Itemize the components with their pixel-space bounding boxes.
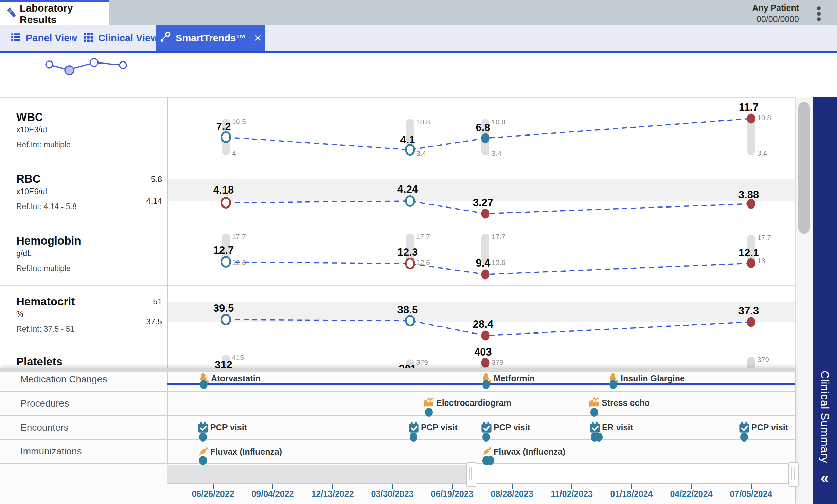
event-dot [595, 433, 603, 442]
lab-point-hematocrit[interactable] [406, 316, 414, 326]
tab-smarttrends[interactable]: SmartTrends™ ✕ [156, 25, 265, 51]
event-dot [425, 408, 433, 417]
calendar-check-icon [197, 421, 209, 433]
axis-date-label: 01/18/2024 [610, 489, 653, 499]
event-label[interactable]: Fluvax (Influenza) [210, 447, 282, 457]
row-divider [0, 463, 795, 464]
timeline-scrollbar-range[interactable] [470, 465, 795, 483]
lab-point-wbc[interactable] [747, 114, 755, 124]
lab-point-rbc[interactable] [406, 196, 414, 206]
row-divider [0, 415, 795, 416]
axis-date-label: 06/19/2023 [431, 489, 473, 499]
event-label[interactable]: Metformin [494, 374, 535, 383]
timeline-range-handle-left[interactable] [466, 462, 476, 487]
metric-name-hemoglobin: Hemoglobin [16, 234, 81, 247]
event-dot [740, 433, 748, 442]
lab-point-hemoglobin[interactable] [747, 258, 755, 268]
close-icon[interactable]: ✕ [254, 33, 262, 44]
lab-point-rbc[interactable] [222, 198, 230, 208]
vertical-scrollbar [795, 97, 813, 504]
lab-point-platelets[interactable] [481, 358, 490, 368]
calendar-check-icon [480, 421, 493, 433]
axis-tick [452, 484, 453, 489]
lab-point-hemoglobin[interactable] [222, 257, 230, 267]
calendar-check-icon [738, 421, 750, 433]
event-label[interactable]: PCP visit [210, 422, 247, 432]
lab-value-label: 301 [399, 363, 416, 368]
lab-point-hematocrit[interactable] [481, 331, 490, 341]
metric-refint: Ref.Int: 4.14 - 5.8 [16, 202, 77, 211]
lab-value-label: 6.8 [476, 122, 490, 133]
lab-value-label: 12.7 [213, 244, 234, 256]
lab-value-label: 39.5 [213, 302, 234, 314]
svg-text:10.5: 10.5 [232, 118, 246, 125]
lab-point-hemoglobin[interactable] [406, 259, 414, 269]
lab-point-hematocrit[interactable] [747, 317, 755, 327]
metric-name-rbc: RBC [16, 173, 41, 185]
lab-value-label: 4.1 [400, 134, 415, 146]
lab-point-rbc[interactable] [481, 209, 490, 219]
metric-name-hematocrit: Hematocrit [16, 295, 75, 308]
lab-point-wbc[interactable] [406, 145, 414, 155]
lab-value-label: 3.88 [738, 189, 759, 201]
event-label[interactable]: PCP visit [421, 422, 458, 432]
svg-text:10.8: 10.8 [416, 118, 430, 126]
lab-point-hemoglobin[interactable] [481, 270, 490, 280]
metric-refint: Ref.Int: 37.5 - 51 [16, 325, 74, 334]
axis-tick [332, 484, 333, 489]
lab-value-label: 403 [474, 346, 492, 358]
svg-text:415: 415 [232, 354, 244, 361]
lab-point-hematocrit[interactable] [222, 315, 230, 325]
axis-tick [213, 484, 214, 489]
vertical-scrollbar-thumb[interactable] [798, 102, 810, 234]
event-label[interactable]: ER visit [602, 422, 633, 432]
lab-value-label: 12.3 [397, 246, 418, 258]
axis-date-label: 09/04/2022 [251, 489, 294, 499]
metric-unit: g/dL [16, 249, 32, 258]
event-label[interactable]: Atorvastatin [211, 374, 261, 383]
svg-text:379: 379 [492, 358, 503, 366]
axis-tick [631, 484, 632, 489]
clinical-summary-sidebar[interactable]: Clinical Summary « [813, 97, 837, 504]
lab-value-label: 7.2 [216, 121, 231, 132]
svg-text:10.8: 10.8 [757, 114, 771, 122]
lab-value-label: 28.4 [473, 318, 494, 330]
axis-date-label: 03/30/2023 [371, 489, 413, 499]
event-label[interactable]: Insulin Glargine [621, 374, 685, 383]
axis-date-label: 11/02/2023 [551, 489, 593, 499]
panel-label-divider [167, 372, 168, 463]
axis-date-label: 04/22/2024 [670, 489, 712, 499]
axis-tick [272, 484, 273, 489]
event-dot [199, 433, 207, 442]
lab-value-label: 9.4 [476, 257, 491, 269]
row-label-procedures: Procedures [20, 398, 69, 409]
svg-text:10.8: 10.8 [492, 118, 505, 126]
lab-point-wbc[interactable] [222, 132, 230, 142]
event-label[interactable]: Fluvax (Influenza) [494, 447, 565, 457]
axis-date-label: 12/13/2022 [311, 489, 354, 499]
kebab-menu-icon[interactable] [815, 5, 823, 22]
axis-tick [751, 484, 752, 489]
row-label-encounters: Encounters [20, 422, 69, 433]
metric-label-column: WBCx10E3/uLRef.Int: multipleRBCx10E6/uLR… [0, 0, 167, 368]
panel-top-strip [0, 368, 795, 372]
event-label[interactable]: PCP visit [494, 422, 530, 432]
laboratory-results-app: Laboratory Results Any Patient 00/00/000… [0, 0, 837, 504]
svg-text:17.7: 17.7 [492, 233, 505, 240]
event-label[interactable]: Stress echo [602, 398, 650, 408]
svg-text:17.7: 17.7 [757, 234, 771, 241]
lab-value-label: 12.1 [738, 247, 759, 259]
event-dot [482, 433, 490, 442]
timeline-range-handle-right[interactable] [788, 462, 799, 487]
event-label[interactable]: PCP visit [751, 422, 788, 432]
lab-point-wbc[interactable] [481, 133, 490, 143]
calendar-check-icon [408, 421, 420, 433]
timeline-scrollbar-track-left[interactable] [167, 465, 470, 483]
svg-text:17.7: 17.7 [232, 233, 246, 240]
svg-text:379: 379 [757, 356, 769, 363]
metric-unit: x10E6/uL [16, 187, 49, 196]
svg-text:17.7: 17.7 [416, 233, 430, 240]
event-label[interactable]: Electrocardiogram [436, 398, 511, 408]
lab-point-platelets[interactable] [747, 358, 755, 368]
expand-sidebar-icon[interactable]: « [813, 469, 837, 486]
